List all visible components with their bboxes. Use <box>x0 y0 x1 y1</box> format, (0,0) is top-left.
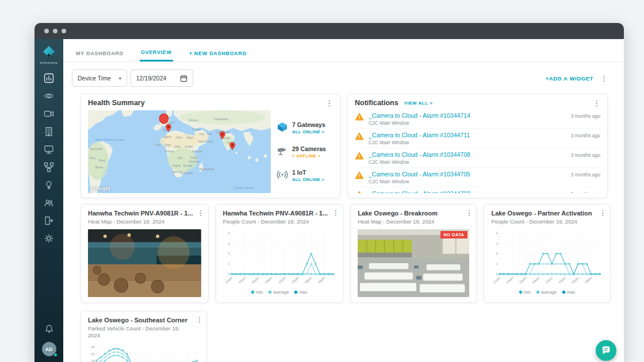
health-summary-kebab-menu[interactable]: ⋮ <box>325 99 333 107</box>
notification-time: 3 months ago <box>570 152 600 165</box>
sidebar-item-video-wall[interactable] <box>40 143 57 156</box>
iot-stat: 1 IoT ALL ONLINE > <box>277 169 333 182</box>
camera-snapshot[interactable] <box>358 229 469 297</box>
widget-people-count-hanwha: Hanwha Techwin PNV-A9081R - 1... People … <box>216 204 344 303</box>
notifications-title: Notifications <box>355 99 398 107</box>
people-icon <box>44 198 54 208</box>
svg-text:3: 3 <box>496 242 499 245</box>
map-label: Iran <box>207 133 212 136</box>
sidebar-item-access[interactable] <box>40 214 57 228</box>
map-label: Botswana <box>181 172 193 175</box>
bulb-icon <box>44 180 54 190</box>
legend-average-label: average <box>541 290 557 295</box>
window-zoom-button[interactable] <box>62 29 66 33</box>
health-stats: 7 Gateways ALL ONLINE > 29 Cameras <box>277 110 333 193</box>
notification-row[interactable]: _Camera to Cloud - Alarm #10344705C2C Ma… <box>355 167 600 187</box>
cameras-status-link[interactable]: 7 OFFLINE > <box>292 153 326 159</box>
map-label: Chad <box>174 145 180 148</box>
sidebar-nav <box>40 71 57 245</box>
bell-icon <box>44 324 54 334</box>
sidebar-item-dashboards[interactable] <box>40 71 57 85</box>
map-label: Mali <box>156 144 161 147</box>
sidebar-item-settings[interactable] <box>40 232 57 245</box>
svg-text:0: 0 <box>496 272 499 276</box>
svg-text:09pm: 09pm <box>584 276 593 284</box>
widget-title: Lake Oswego - Breakroom <box>358 210 461 217</box>
svg-text:20: 20 <box>91 352 95 356</box>
notification-row[interactable]: _Camera to Cloud - Alarm #10344714C2C Ma… <box>355 109 600 128</box>
widget-kebab-menu[interactable]: ⋮ <box>195 316 203 324</box>
milestone-logo[interactable]: milestone <box>40 45 58 64</box>
map-label: Iraq <box>200 133 204 136</box>
widget-kebab-menu[interactable]: ⋮ <box>599 209 607 217</box>
svg-text:2: 2 <box>228 252 230 255</box>
notification-title[interactable]: _Camera to Cloud - Alarm #10344714 <box>369 112 566 119</box>
eye-icon <box>44 91 54 101</box>
sidebar-item-workflows[interactable] <box>40 160 57 174</box>
time-mode-select[interactable]: Device Time ▾ <box>72 70 127 87</box>
window-close-button[interactable] <box>44 29 49 33</box>
map-label: Tanzania <box>189 160 200 163</box>
avatar-initials: AD <box>45 346 52 352</box>
widget-title: Lake Oswego - Partner Activation <box>491 210 595 217</box>
map-label: Turkey <box>192 128 201 130</box>
health-summary-card: Health Summary ⋮ <box>80 94 340 198</box>
tab-new-dashboard[interactable]: + NEW DASHBOARD <box>188 49 248 61</box>
sidebar-item-monitoring[interactable] <box>40 89 57 103</box>
notification-source: C2C Main Window <box>369 159 566 165</box>
sidebar-item-alarms[interactable] <box>40 178 57 192</box>
warning-icon <box>355 171 364 180</box>
widget-kebab-menu[interactable]: ⋮ <box>197 209 205 217</box>
logo-label: milestone <box>40 61 58 64</box>
add-widget-button[interactable]: +ADD A WIDGET <box>546 75 593 82</box>
svg-text:1: 1 <box>228 262 230 265</box>
notification-row[interactable]: _Camera to Cloud - Alarm #10344702C2C Ma… <box>355 187 600 193</box>
map-label: Madagascar <box>200 167 214 170</box>
warning-icon <box>355 151 364 160</box>
tab-my-dashboard[interactable]: MY DASHBOARD <box>75 49 125 61</box>
widget-kebab-menu[interactable]: ⋮ <box>465 209 473 217</box>
widget-kebab-menu[interactable]: ⋮ <box>332 209 339 217</box>
cameras-value: 29 Cameras <box>292 145 326 152</box>
legend-min-marker <box>251 290 255 294</box>
world-map[interactable]: North Atlantic OceanIndian OceanVenezuel… <box>88 110 271 193</box>
avatar[interactable]: AD <box>42 342 56 356</box>
map-label: Ukraine <box>189 119 198 122</box>
notification-title[interactable]: _Camera to Cloud - Alarm #10344705 <box>369 171 566 178</box>
iot-status-link[interactable]: ALL ONLINE > <box>292 177 324 182</box>
sidebar-item-sites[interactable] <box>40 125 57 138</box>
gateways-status-link[interactable]: ALL ONLINE > <box>292 129 325 134</box>
view-all-link[interactable]: VIEW ALL > <box>404 101 433 106</box>
date-picker[interactable]: 12/19/2024 <box>131 70 194 87</box>
map-label: Algeria <box>163 135 171 138</box>
no-data-badge: NO DATA <box>440 231 468 238</box>
sidebar-bell-button[interactable] <box>44 324 54 336</box>
svg-text:12am: 12am <box>493 276 501 284</box>
notification-title[interactable]: _Camera to Cloud - Alarm #10344708 <box>369 151 566 158</box>
svg-text:4: 4 <box>496 232 499 235</box>
map-label: Venezuela <box>90 148 102 151</box>
svg-text:09am: 09am <box>532 276 540 284</box>
svg-text:06pm: 06pm <box>304 276 312 284</box>
notifications-kebab-menu[interactable]: ⋮ <box>593 99 600 107</box>
notification-title[interactable]: _Camera to Cloud - Alarm #10344711 <box>369 132 566 138</box>
parked-vehicle-count-chart: 0481216202412am03am06am09am12pm03pm06pm0… <box>88 343 200 362</box>
widget-subtitle: Parked Vehicle Count - December 19, 2024 <box>88 325 191 339</box>
camera-snapshot[interactable] <box>88 229 201 297</box>
door-icon <box>44 215 54 226</box>
warning-icon <box>355 190 364 194</box>
toolbar-kebab-menu[interactable]: ⋮ <box>600 75 608 82</box>
window-minimize-button[interactable] <box>53 29 57 33</box>
date-value: 12/19/2024 <box>136 75 167 82</box>
sidebar-item-users[interactable] <box>40 196 57 210</box>
notification-row[interactable]: _Camera to Cloud - Alarm #10344711C2C Ma… <box>355 128 600 148</box>
svg-text:03pm: 03pm <box>290 276 299 284</box>
tab-overview[interactable]: OVERVIEW <box>140 49 173 61</box>
sidebar-item-video[interactable] <box>40 107 57 121</box>
notification-title[interactable]: _Camera to Cloud - Alarm #10344702 <box>369 190 566 194</box>
chart-legend: min average max <box>491 290 603 295</box>
map-label: Nigeria <box>165 150 174 153</box>
people-count-chart: 0123412am03am06am09am12pm03pm06pm09pm <box>491 229 603 289</box>
chat-button[interactable] <box>596 340 616 361</box>
notification-row[interactable]: _Camera to Cloud - Alarm #10344708C2C Ma… <box>355 148 600 167</box>
